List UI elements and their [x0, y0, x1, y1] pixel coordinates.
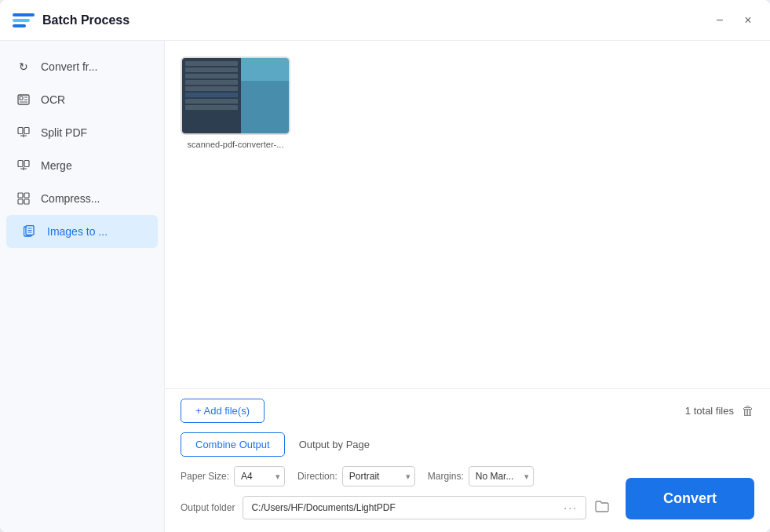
- settings-convert-row: Paper Size: A4 A3 Letter Legal: [181, 466, 754, 519]
- sidebar-item-label: OCR: [41, 93, 65, 106]
- thumb-row: [185, 93, 238, 97]
- output-path-box: C:/Users/HF/Documents/LightPDF ···: [243, 496, 586, 519]
- direction-select[interactable]: Portrait Landscape: [342, 466, 415, 486]
- delete-files-icon[interactable]: 🗑: [742, 404, 754, 418]
- add-files-button[interactable]: + Add file(s): [181, 399, 265, 423]
- thumb-left: [182, 58, 241, 133]
- margins-select[interactable]: No Mar... Small Normal Large: [469, 466, 534, 486]
- file-card: scanned-pdf-converter-...: [181, 56, 290, 149]
- bottom-toolbar: + Add file(s) 1 total files 🗑 Combine Ou…: [165, 388, 770, 532]
- bottom-settings: Paper Size: A4 A3 Letter Legal: [181, 466, 610, 519]
- svg-rect-13: [18, 193, 23, 198]
- tab-combine-output[interactable]: Combine Output: [181, 432, 285, 457]
- sidebar-item-images-to[interactable]: Images to ...: [6, 215, 158, 248]
- close-button[interactable]: ×: [739, 11, 757, 30]
- thumb-row: [185, 105, 238, 110]
- title-bar: Batch Process − ×: [0, 0, 770, 41]
- thumb-row: [185, 86, 238, 91]
- thumb-row: [185, 67, 238, 72]
- svg-rect-14: [24, 193, 29, 198]
- svg-rect-16: [24, 199, 29, 204]
- images-to-icon: [22, 224, 38, 239]
- output-row: Output folder C:/Users/HF/Documents/Ligh…: [181, 496, 610, 519]
- output-path-text: C:/Users/HF/Documents/LightPDF: [251, 502, 395, 513]
- sidebar: ↻ Convert fr... OCR: [0, 41, 165, 532]
- paper-size-label: Paper Size:: [181, 471, 229, 482]
- sidebar-item-compress[interactable]: Compress...: [0, 182, 164, 215]
- thumb-row: [185, 61, 238, 66]
- minimize-button[interactable]: −: [710, 11, 729, 30]
- file-thumbnail: [181, 56, 290, 135]
- file-grid: scanned-pdf-converter-...: [181, 56, 754, 149]
- output-folder-label: Output folder: [181, 502, 235, 513]
- sidebar-item-label: Merge: [41, 159, 72, 172]
- sidebar-item-ocr[interactable]: OCR: [0, 83, 164, 116]
- app-icon: [13, 9, 35, 31]
- merge-icon: [16, 158, 31, 173]
- convert-button-area: Convert: [610, 478, 754, 519]
- direction-label: Direction:: [297, 471, 338, 482]
- output-path-dots-button[interactable]: ···: [564, 501, 578, 514]
- sidebar-item-label: Compress...: [41, 192, 100, 205]
- thumb-right: [241, 58, 289, 133]
- app-window: Batch Process − × ↻ Convert fr...: [0, 0, 770, 532]
- sidebar-item-label: Split PDF: [41, 126, 87, 139]
- sidebar-item-convert-from[interactable]: ↻ Convert fr...: [0, 50, 164, 83]
- convert-from-icon: ↻: [16, 59, 31, 75]
- paper-size-select-wrapper: A4 A3 Letter Legal: [234, 466, 285, 486]
- sidebar-item-split-pdf[interactable]: Split PDF: [0, 116, 164, 149]
- settings-row: Paper Size: A4 A3 Letter Legal: [181, 466, 610, 486]
- svg-rect-10: [24, 161, 29, 167]
- thumbnail-inner: [182, 58, 289, 133]
- files-count-area: 1 total files 🗑: [685, 404, 754, 418]
- svg-rect-9: [18, 161, 23, 167]
- thumb-row: [185, 80, 238, 85]
- file-name: scanned-pdf-converter-...: [188, 140, 284, 149]
- main-layout: ↻ Convert fr... OCR: [0, 41, 770, 532]
- ocr-icon: [16, 92, 31, 107]
- thumb-row: [185, 99, 238, 104]
- tab-output-by-page[interactable]: Output by Page: [285, 433, 384, 456]
- svg-rect-6: [24, 128, 29, 134]
- convert-button[interactable]: Convert: [626, 478, 754, 519]
- svg-rect-5: [18, 128, 23, 134]
- split-pdf-icon: [16, 125, 31, 140]
- files-row: + Add file(s) 1 total files 🗑: [181, 399, 754, 423]
- tabs-row: Combine Output Output by Page: [181, 432, 754, 457]
- thumb-row: [185, 74, 238, 78]
- sidebar-item-label: Convert fr...: [41, 60, 97, 73]
- direction-select-wrapper: Portrait Landscape: [342, 466, 415, 486]
- svg-rect-1: [20, 97, 23, 100]
- app-title: Batch Process: [42, 13, 710, 27]
- margins-label: Margins:: [428, 471, 464, 482]
- total-files-label: 1 total files: [685, 405, 734, 417]
- content-area: scanned-pdf-converter-... + Add file(s) …: [165, 41, 770, 532]
- paper-size-group: Paper Size: A4 A3 Letter Legal: [181, 466, 285, 486]
- direction-group: Direction: Portrait Landscape: [297, 466, 415, 486]
- margins-group: Margins: No Mar... Small Normal Large: [428, 466, 534, 486]
- compress-icon: [16, 191, 31, 206]
- browse-folder-button[interactable]: [594, 498, 610, 518]
- file-area: scanned-pdf-converter-...: [165, 41, 770, 388]
- margins-select-wrapper: No Mar... Small Normal Large: [469, 466, 534, 486]
- sidebar-item-merge[interactable]: Merge: [0, 149, 164, 182]
- paper-size-select[interactable]: A4 A3 Letter Legal: [234, 466, 285, 486]
- window-controls: − ×: [710, 11, 757, 30]
- svg-rect-15: [18, 199, 23, 204]
- sidebar-item-label: Images to ...: [47, 225, 108, 238]
